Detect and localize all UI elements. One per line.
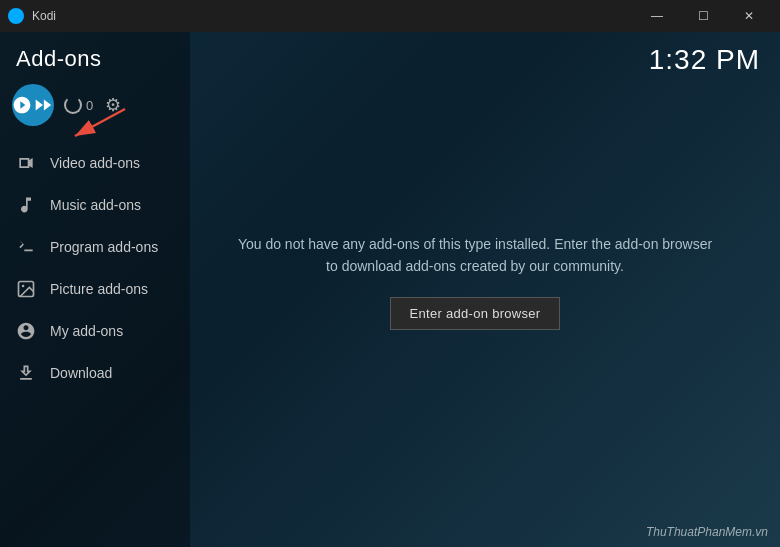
main-area: Add-ons 0 ⚙ [0, 32, 780, 547]
window-body: Add-ons 0 ⚙ [0, 32, 780, 547]
svg-point-3 [22, 285, 24, 288]
close-button[interactable]: ✕ [726, 0, 772, 32]
maximize-button[interactable]: ☐ [680, 0, 726, 32]
content-center: You do not have any add-ons of this type… [190, 76, 760, 547]
watermark: ThuThuatPhanMem.vn [646, 525, 768, 539]
titlebar-title: Kodi [32, 9, 56, 23]
sidebar-item-picture-addons[interactable]: Picture add-ons [0, 268, 190, 310]
music-icon [16, 195, 36, 215]
empty-state-message: You do not have any add-ons of this type… [235, 233, 715, 278]
sidebar: Add-ons 0 ⚙ [0, 32, 190, 547]
picture-addons-label: Picture add-ons [50, 281, 148, 297]
sidebar-item-program-addons[interactable]: Program add-ons [0, 226, 190, 268]
titlebar-left: Kodi [8, 8, 56, 24]
program-addons-label: Program add-ons [50, 239, 158, 255]
refresh-icon[interactable] [64, 96, 82, 114]
my-addons-icon [16, 321, 36, 341]
video-addons-label: Video add-ons [50, 155, 140, 171]
sidebar-item-video-addons[interactable]: Video add-ons [0, 142, 190, 184]
update-count: 0 [86, 98, 93, 113]
settings-icon[interactable]: ⚙ [105, 94, 121, 116]
addon-icon-button[interactable] [12, 84, 54, 126]
download-icon [16, 363, 36, 383]
music-addons-label: Music add-ons [50, 197, 141, 213]
picture-icon [16, 279, 36, 299]
sidebar-header: Add-ons [0, 32, 190, 80]
sidebar-toolbar: 0 ⚙ [0, 80, 190, 138]
download-label: Download [50, 365, 112, 381]
minimize-button[interactable]: — [634, 0, 680, 32]
refresh-area: 0 [64, 96, 93, 114]
sidebar-item-music-addons[interactable]: Music add-ons [0, 184, 190, 226]
kodi-icon [8, 8, 24, 24]
video-icon [16, 153, 36, 173]
enter-addon-browser-button[interactable]: Enter add-on browser [390, 297, 559, 330]
clock-display: 1:32 PM [649, 44, 760, 76]
content-area: 1:32 PM You do not have any add-ons of t… [190, 32, 780, 547]
sidebar-nav: Video add-ons Music add-ons Program add-… [0, 138, 190, 547]
sidebar-item-my-addons[interactable]: My add-ons [0, 310, 190, 352]
my-addons-label: My add-ons [50, 323, 123, 339]
sidebar-item-download[interactable]: Download [0, 352, 190, 394]
titlebar: Kodi — ☐ ✕ [0, 0, 780, 32]
program-icon [16, 237, 36, 257]
titlebar-controls: — ☐ ✕ [634, 0, 772, 32]
